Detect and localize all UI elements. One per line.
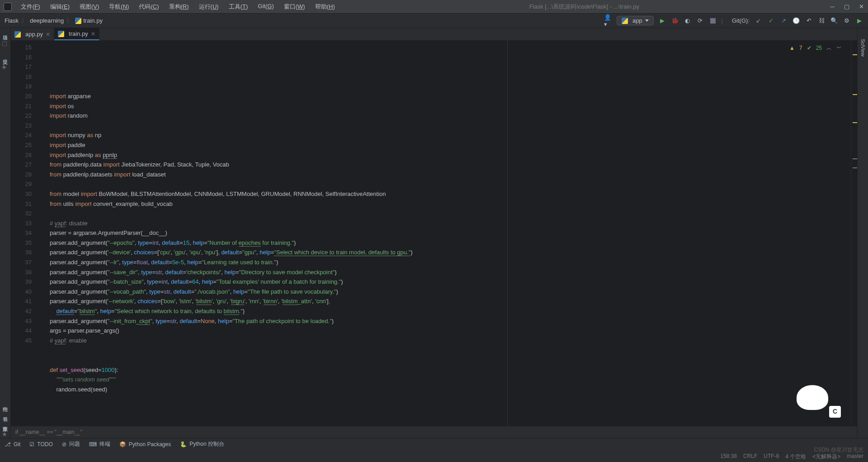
- sidebar-database[interactable]: 数据库: [1, 421, 9, 424]
- sidebar-structure[interactable]: 结构: [1, 401, 9, 405]
- code-line[interactable]: # yapf: disable: [38, 219, 851, 229]
- execute-icon[interactable]: ▶: [855, 17, 863, 25]
- weak-warning-icon: ✔: [807, 43, 811, 53]
- mascot-widget[interactable]: C: [788, 377, 837, 418]
- toolwindow-问题[interactable]: ⊘问题: [62, 440, 80, 448]
- close-icon[interactable]: ✕: [858, 3, 864, 10]
- code-line[interactable]: import numpy as np: [38, 130, 851, 140]
- context-breadcrumb[interactable]: if __name__ == "__main__": [11, 426, 857, 438]
- code-line[interactable]: # yapf: enable: [38, 336, 851, 346]
- git-label: Git(G):: [732, 17, 750, 24]
- editor-tab-train.py[interactable]: train.py✕: [54, 28, 99, 40]
- menu-编辑[interactable]: 编辑(E): [46, 2, 74, 12]
- maximize-icon[interactable]: ▢: [844, 3, 850, 10]
- editor-scroll-map[interactable]: [851, 41, 857, 426]
- code-line[interactable]: parser.add_argument("--save_dir", type=s…: [38, 267, 851, 277]
- chevron-down-icon[interactable]: ﹀: [836, 43, 842, 53]
- star-icon[interactable]: ★: [2, 431, 9, 438]
- commit-icon[interactable]: ✓: [767, 17, 775, 25]
- close-tab-icon[interactable]: ✕: [91, 31, 95, 37]
- line-separator[interactable]: CRLF: [743, 453, 757, 461]
- menu-重构[interactable]: 重构(R): [165, 2, 193, 12]
- code-line[interactable]: [38, 355, 851, 365]
- code-line[interactable]: import random: [38, 111, 851, 121]
- git-branch[interactable]: master: [847, 453, 863, 461]
- code-line[interactable]: parser.add_argument("--batch_size", type…: [38, 277, 851, 287]
- rollback-icon[interactable]: ↶: [805, 17, 813, 25]
- code-with-me-icon[interactable]: ⛓: [817, 17, 826, 25]
- code-line[interactable]: from utils import convert_example, build…: [38, 199, 851, 209]
- code-line[interactable]: [38, 179, 851, 189]
- code-line[interactable]: args = parser.parse_args(): [38, 326, 851, 336]
- search-icon[interactable]: 🔍: [830, 17, 838, 25]
- code-line[interactable]: from paddlenlp.datasets import load_data…: [38, 170, 851, 180]
- code-line[interactable]: from model import BoWModel, BiLSTMAttent…: [38, 189, 851, 199]
- sidebar-sciview[interactable]: SciView: [859, 37, 867, 58]
- close-tab-icon[interactable]: ✕: [46, 31, 50, 38]
- code-line[interactable]: from paddlenlp.data import JiebaTokenize…: [38, 160, 851, 170]
- stop-icon[interactable]: [709, 17, 717, 25]
- code-line[interactable]: parser.add_argument("--lr", type=float, …: [38, 257, 851, 267]
- sidebar-commit[interactable]: 提交: [1, 53, 9, 57]
- breadcrumb-folder[interactable]: deeplearning: [30, 17, 64, 24]
- run-config-selector[interactable]: app: [617, 16, 654, 25]
- menu-运行[interactable]: 运行(U): [194, 2, 223, 12]
- code-line[interactable]: parser.add_argument('--network', choices…: [38, 296, 851, 306]
- toolwindow-git[interactable]: ⎇Git: [5, 441, 20, 448]
- code-line[interactable]: import paddlenlp as ppnlp: [38, 150, 851, 160]
- code-line[interactable]: def set_seed(seed=1000):: [38, 365, 851, 375]
- caret-position[interactable]: 158:38: [720, 453, 737, 461]
- toolwindow-todo[interactable]: ☑TODO: [29, 441, 52, 448]
- menu-工具[interactable]: 工具(T): [224, 2, 253, 12]
- sidebar-project[interactable]: 项目: [1, 30, 9, 33]
- minimize-icon[interactable]: ─: [829, 3, 835, 10]
- menu-帮助[interactable]: 帮助(H): [311, 2, 340, 12]
- breadcrumb-root[interactable]: Flask: [5, 17, 19, 24]
- breadcrumb-file[interactable]: train.py: [75, 17, 103, 24]
- debug-icon[interactable]: 🐞: [671, 17, 679, 25]
- code-line[interactable]: parser.add_argument("--init_from_ckpt", …: [38, 316, 851, 326]
- history-icon[interactable]: 🕓: [792, 17, 800, 25]
- code-line[interactable]: import paddle: [38, 140, 851, 150]
- menu-视图[interactable]: 视图(V): [75, 2, 104, 12]
- menu-代码[interactable]: 代码(C): [134, 2, 163, 12]
- coverage-icon[interactable]: ◐: [684, 17, 692, 25]
- folder-icon[interactable]: ▢: [2, 40, 9, 47]
- menu-导航[interactable]: 导航(N): [104, 2, 133, 12]
- app-icon[interactable]: [4, 3, 12, 11]
- menu-Git[interactable]: Git(G): [253, 2, 278, 12]
- interpreter[interactable]: <无解释器>: [812, 453, 840, 461]
- user-icon[interactable]: 👤▾: [604, 17, 612, 25]
- code-line[interactable]: default="bilstm", help="Select which net…: [38, 306, 851, 316]
- toolwindow-python-packages[interactable]: 📦Python Packages: [119, 441, 171, 448]
- indent-setting[interactable]: 4 个空格: [785, 453, 806, 461]
- sidebar-bookmarks[interactable]: 书签: [1, 411, 9, 414]
- toolwindow-python-控制台[interactable]: 🐍Python 控制台: [180, 440, 224, 448]
- commit-dot-icon[interactable]: ◈: [2, 63, 9, 71]
- push-icon[interactable]: ↗: [779, 17, 788, 25]
- code-content[interactable]: ▲7 ✔25 ︿ ﹀ C import argparseimport osimp…: [38, 41, 851, 426]
- menu-窗口[interactable]: 窗口(W): [279, 2, 310, 12]
- file-encoding[interactable]: UTF-8: [764, 453, 779, 461]
- inspection-widget[interactable]: ▲7 ✔25 ︿ ﹀: [789, 43, 842, 53]
- code-line[interactable]: [38, 209, 851, 219]
- update-icon[interactable]: ↙: [754, 17, 762, 25]
- run-icon[interactable]: ▶: [658, 17, 666, 25]
- code-line[interactable]: import argparse: [38, 91, 851, 101]
- code-line[interactable]: parser.add_argument("--vocab_path", type…: [38, 287, 851, 297]
- profile-icon[interactable]: ⟳: [696, 17, 704, 25]
- chevron-up-icon[interactable]: ︿: [826, 43, 832, 53]
- editor-tab-app.py[interactable]: app.py✕: [11, 28, 54, 40]
- toolwindow-终端[interactable]: ⌨终端: [89, 440, 110, 448]
- code-line[interactable]: random.seed(seed): [38, 385, 851, 395]
- code-editor[interactable]: 1516171819202122232425262728293031323334…: [11, 41, 857, 426]
- code-line[interactable]: """sets random seed""": [38, 375, 851, 385]
- code-line[interactable]: parser = argparse.ArgumentParser(__doc__…: [38, 228, 851, 238]
- menu-文件[interactable]: 文件(F): [16, 2, 45, 12]
- code-line[interactable]: [38, 121, 851, 131]
- settings-icon[interactable]: ⚙: [843, 17, 851, 25]
- code-line[interactable]: [38, 345, 851, 355]
- code-line[interactable]: import os: [38, 101, 851, 111]
- code-line[interactable]: parser.add_argument("--epochs", type=int…: [38, 238, 851, 248]
- code-line[interactable]: parser.add_argument('--device', choices=…: [38, 248, 851, 257]
